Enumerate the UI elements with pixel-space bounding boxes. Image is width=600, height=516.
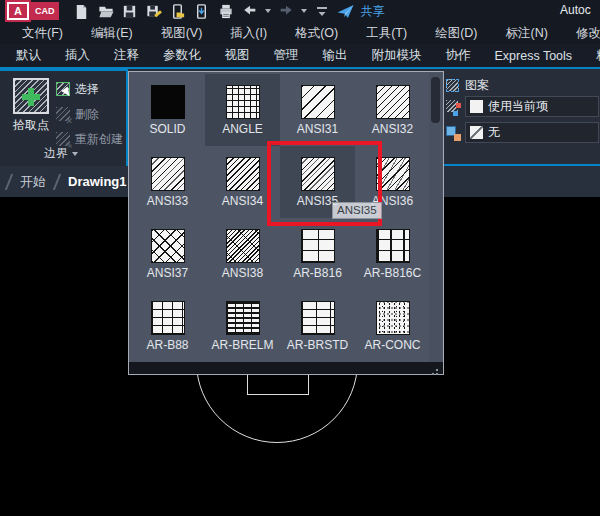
gallery-scrollbar-thumb[interactable]	[431, 77, 440, 123]
hatch-pattern-cell[interactable]: AR-B816C	[355, 218, 430, 290]
hatch-pattern-cell[interactable]: AR-CONC	[355, 290, 430, 362]
hatch-pattern-label: ANSI31	[297, 122, 338, 136]
ribbon-tab[interactable]: 精选应用	[584, 47, 600, 64]
gallery-resize-grip[interactable]	[436, 369, 438, 371]
hatch-swatch-brstd	[301, 301, 335, 335]
hatch-pattern-cell[interactable]: ANSI37	[130, 218, 205, 290]
pick-point-icon	[13, 78, 49, 114]
customize-quick-access-icon[interactable]	[311, 1, 333, 21]
ribbon-tab[interactable]: 协作	[434, 47, 483, 64]
boundary-panel-title[interactable]: 边界	[0, 145, 124, 162]
hatch-pattern-cell[interactable]: ANSI34	[205, 146, 280, 218]
hatch-pattern-label: ANSI37	[147, 266, 188, 280]
open-file-icon[interactable]	[95, 1, 117, 21]
boundary-panel-label: 边界	[44, 146, 68, 160]
hatch-pattern-cell[interactable]: ANGLE	[205, 74, 280, 146]
app-menu-button[interactable]: A CAD	[4, 2, 59, 20]
ribbon-tab[interactable]: 默认	[4, 47, 53, 64]
background-color-select[interactable]: 无	[465, 122, 599, 143]
hatch-pattern-cell[interactable]: SOLID	[130, 74, 205, 146]
panel-expand-caret	[72, 152, 78, 156]
tab-separator	[53, 174, 61, 190]
print-icon[interactable]	[215, 1, 237, 21]
share-label[interactable]: 共享	[361, 3, 385, 20]
hatch-swatch-brelm	[226, 301, 260, 335]
hatch-pattern-cell[interactable]: AR-BRELM	[205, 290, 280, 362]
delete-label: 删除	[75, 106, 99, 123]
save-as-icon[interactable]	[143, 1, 165, 21]
hatch-pattern-cell[interactable]: ANSI33	[130, 146, 205, 218]
menu-item[interactable]: 插入(I)	[216, 25, 281, 42]
hatch-swatch-ansi35	[301, 157, 335, 191]
menu-item[interactable]: 文件(F)	[8, 25, 77, 42]
hatch-pattern-gallery: SOLIDANGLEANSI31ANSI32ANSI33ANSI34ANSI35…	[128, 71, 444, 375]
pattern-type-row[interactable]: 图案	[446, 77, 489, 94]
save-to-mobile-icon[interactable]	[191, 1, 213, 21]
menu-item[interactable]: 格式(O)	[281, 25, 352, 42]
hatch-swatch-ansi33	[151, 157, 185, 191]
redo-dropdown-caret[interactable]	[301, 9, 307, 13]
menu-item[interactable]: 修改(M)	[562, 25, 600, 42]
menu-item[interactable]: 标注(N)	[492, 25, 562, 42]
hatch-color-select[interactable]: 使用当前项	[465, 96, 599, 117]
delete-button[interactable]: ✕ 删除	[56, 106, 99, 122]
none-color-swatch	[470, 126, 483, 139]
share-icon[interactable]	[335, 1, 357, 21]
ribbon-tab[interactable]: 管理	[262, 47, 311, 64]
file-tab[interactable]: 开始	[20, 173, 46, 191]
hatch-pattern-label: AR-CONC	[365, 338, 421, 352]
background-color-value: 无	[488, 124, 500, 141]
hatch-swatch-ansi34	[226, 157, 260, 191]
hatch-pattern-cell[interactable]: ANSI31	[280, 74, 355, 146]
hatch-pattern-label: AR-B816	[293, 266, 342, 280]
hatch-swatch-ansi38	[226, 229, 260, 263]
new-file-icon[interactable]	[71, 1, 93, 21]
pick-point-button[interactable]: 拾取点	[6, 78, 56, 134]
autocad-logo-cad: CAD	[31, 2, 59, 20]
hatch-pattern-label: ANSI33	[147, 194, 188, 208]
tooltip: ANSI35	[332, 202, 382, 219]
hatch-pattern-label: AR-B816C	[364, 266, 421, 280]
hatch-swatch-ansi36	[376, 157, 410, 191]
ribbon-tab[interactable]: 插入	[53, 47, 102, 64]
undo-dropdown-caret[interactable]	[265, 9, 271, 13]
autocad-logo-a: A	[7, 2, 29, 20]
ribbon-tab[interactable]: 视图	[213, 47, 262, 64]
gallery-scrollbar[interactable]	[429, 73, 442, 363]
save-icon[interactable]	[119, 1, 141, 21]
window-title: Autoc	[560, 3, 591, 17]
ribbon-tab[interactable]: 附加模块	[360, 47, 434, 64]
hatch-swatch-solid	[151, 85, 185, 119]
ribbon-tab[interactable]: Express Tools	[483, 49, 585, 63]
hatch-color-icon	[446, 100, 460, 114]
hatch-pattern-cell[interactable]: AR-B88	[130, 290, 205, 362]
hatch-pattern-label: ANSI32	[372, 122, 413, 136]
redo-icon[interactable]	[275, 1, 297, 21]
hatch-pattern-cell[interactable]: ANSI32	[355, 74, 430, 146]
hatch-swatch-conc	[376, 301, 410, 335]
open-from-mobile-icon[interactable]	[167, 1, 189, 21]
undo-icon[interactable]	[239, 1, 261, 21]
select-button[interactable]: 选择	[56, 81, 99, 97]
hatch-color-value: 使用当前项	[488, 98, 548, 115]
hatch-gallery-grid: SOLIDANGLEANSI31ANSI32ANSI33ANSI34ANSI35…	[130, 74, 430, 362]
menu-item[interactable]: 工具(T)	[352, 25, 421, 42]
menu-item[interactable]: 绘图(D)	[421, 25, 491, 42]
ribbon-tab[interactable]: 输出	[311, 47, 360, 64]
hatch-pattern-label: ANSI38	[222, 266, 263, 280]
file-tab[interactable]: Drawing1	[68, 174, 127, 189]
hatch-swatch-ansi32	[376, 85, 410, 119]
title-bar: A CAD	[0, 0, 600, 22]
hatch-pattern-cell[interactable]: ANSI38	[205, 218, 280, 290]
select-label: 选择	[75, 81, 99, 98]
menu-item[interactable]: 视图(V)	[147, 25, 217, 42]
hatch-pattern-cell[interactable]: AR-B816	[280, 218, 355, 290]
ribbon-tab[interactable]: 注释	[102, 47, 151, 64]
menu-item[interactable]: 编辑(E)	[77, 25, 147, 42]
hatch-pattern-cell[interactable]: AR-BRSTD	[280, 290, 355, 362]
menu-bar: 文件(F)编辑(E)视图(V)插入(I)格式(O)工具(T)绘图(D)标注(N)…	[0, 22, 600, 44]
tab-separator	[5, 174, 13, 190]
hatch-color-row: 使用当前项	[446, 96, 599, 117]
autocad-window: A CAD	[0, 0, 600, 516]
ribbon-tab[interactable]: 参数化	[151, 47, 213, 64]
